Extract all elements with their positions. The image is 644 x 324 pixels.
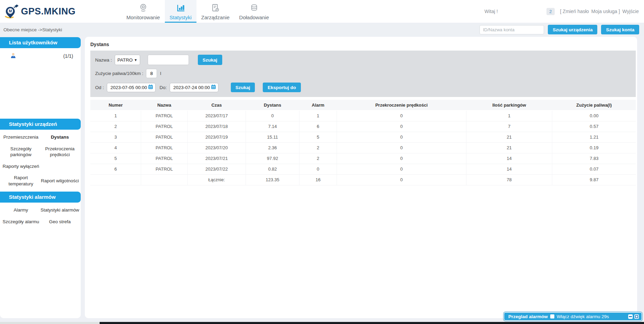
name-search-button[interactable]: Szukaj <box>198 55 222 65</box>
table-cell: 14 <box>466 164 552 174</box>
table-cell: 2023/07/18 <box>188 121 246 132</box>
table-cell: 14 <box>466 153 552 164</box>
alarm-sound-label: Włącz dźwięk alarmu 29s <box>557 314 609 319</box>
table-cell: 1 <box>299 110 337 121</box>
tab-doladowanie[interactable]: Doładowanie <box>234 0 274 23</box>
table-cell: 2023/07/20 <box>188 142 246 153</box>
name-select-value: PATRO <box>117 57 133 63</box>
from-date-input[interactable]: 2023-07-05 00:00 <box>107 83 156 92</box>
minimize-icon[interactable] <box>628 314 633 319</box>
to-date-value: 2023-07-24 00:00 <box>173 85 210 90</box>
sidebar-item-alarmy[interactable]: Alarmy <box>1 207 41 213</box>
table-cell: 0 <box>337 110 466 121</box>
table-cell: 6 <box>90 164 141 174</box>
alarm-stats-header: Statystyki alarmów <box>0 192 81 203</box>
svg-text:M: M <box>9 9 12 13</box>
bar-chart-icon <box>176 3 185 13</box>
table-cell: 123.35 <box>246 174 300 185</box>
export-button[interactable]: Eksportuj do <box>263 83 301 92</box>
sidebar-item-przekroczenia-predkosci[interactable]: Przekroczenia prędkości <box>41 146 80 158</box>
header-right: Witaj ! 2 [ Zmień hasło Moja usługa ] Wy… <box>484 0 644 23</box>
notification-badge[interactable]: 2 <box>546 8 554 15</box>
to-label: Do: <box>160 85 167 90</box>
users-list-header: Lista użytkowników <box>0 37 81 48</box>
table-cell: 97.92 <box>246 153 300 164</box>
tab-statystyki[interactable]: Statystyki <box>165 0 196 23</box>
table-cell: PATROL <box>141 153 188 164</box>
table-row: 2PATROL2023/07/187.146070.57 <box>90 121 636 132</box>
account-search-group: Szukaj urządzenia Szukaj konta <box>479 25 639 34</box>
search-account-button[interactable]: Szukaj konta <box>601 25 639 34</box>
from-label: Od : <box>95 85 104 90</box>
table-cell <box>141 174 188 185</box>
col-przekroczenie: Przekroczenie prędkości <box>337 100 466 110</box>
logo: M GPS.MKING <box>0 0 83 23</box>
table-row: 4PATROL2023/07/202.3620210.19 <box>90 142 636 153</box>
from-date-value: 2023-07-05 00:00 <box>111 85 147 90</box>
sidebar-item-szczegoly-parkingow[interactable]: Szczegóły parkingów <box>1 146 41 158</box>
restore-window-icon[interactable] <box>634 314 639 319</box>
table-cell: 16 <box>299 174 337 185</box>
change-password-link[interactable]: [ Zmień hasło <box>560 9 589 14</box>
sidebar-item-geo-strefa[interactable]: Geo strefa <box>41 219 80 225</box>
distance-table-body: 1PATROL2023/07/1701010.002PATROL2023/07/… <box>90 110 636 185</box>
table-cell: 2023/07/17 <box>188 110 246 121</box>
table-row: 3PATROL2023/07/1915.1150211.21 <box>90 132 636 142</box>
fuel-input[interactable] <box>146 69 157 78</box>
chevron-down-icon: ▼ <box>134 58 137 62</box>
coins-icon <box>250 3 259 13</box>
table-cell: PATROL <box>141 110 188 121</box>
name-select[interactable]: PATRO ▼ <box>115 55 140 65</box>
sidebar-item-raport-temperatury[interactable]: Raport temperatury <box>1 175 41 187</box>
tab-label: Zarządzanie <box>201 14 230 20</box>
table-cell: 2.36 <box>246 142 300 153</box>
tab-zarzadzanie[interactable]: Zarządzanie <box>196 0 235 23</box>
sidebar-item-statystyki-alarmow[interactable]: Statystyki alarmów <box>41 207 80 213</box>
table-cell: 5 <box>90 153 141 164</box>
search-device-button[interactable]: Szukaj urządzenia <box>548 25 597 34</box>
table-cell: 1 <box>90 110 141 121</box>
sidebar-item-dystans[interactable]: Dystans <box>41 134 80 140</box>
account-search-input[interactable] <box>479 25 544 34</box>
logout-link[interactable]: Wyjście <box>622 9 639 14</box>
table-row: 5PATROL2023/07/2197.9220147.83 <box>90 153 636 164</box>
table-cell: 7.14 <box>246 121 300 132</box>
alarm-review-bar[interactable]: Przeglad alarmów Włącz dźwięk alarmu 29s <box>504 312 642 321</box>
user-list-item[interactable]: (1/1) <box>0 48 81 60</box>
header-links: [ Zmień hasło Moja usługa ] Wyjście <box>560 9 639 14</box>
sidebar-item-przemieszczenia[interactable]: Przemieszczenia <box>1 134 41 140</box>
my-service-link[interactable]: Moja usługa ] <box>591 9 620 14</box>
webcam-icon <box>139 3 148 13</box>
tab-label: Statystyki <box>170 14 192 20</box>
table-cell: 6 <box>299 121 337 132</box>
sidebar-item-szczegoly-alarmu[interactable]: Szczegóły alarmu <box>1 219 41 225</box>
sidebar-item-raporty-wylaczen[interactable]: Raporty wyłączeń <box>1 163 41 170</box>
col-alarm: Alarm <box>299 100 337 110</box>
welcome-text: Witaj ! <box>484 9 498 14</box>
calendar-icon[interactable] <box>148 84 153 90</box>
table-header-row: Numer Nazwa Czas Dystans Alarm Przekrocz… <box>90 100 636 110</box>
date-search-button[interactable]: Szukaj <box>231 83 255 92</box>
table-cell: 2023/07/22 <box>188 164 246 174</box>
tab-label: Monitorowanie <box>126 14 160 20</box>
sidebar-item-raport-wilgotnosci[interactable]: Raport wilgotności <box>41 178 80 184</box>
breadcrumb: Obecne miejsce ->Statystyki <box>3 27 62 32</box>
bottom-edge-strip <box>0 322 644 324</box>
to-date-input[interactable]: 2023-07-24 00:00 <box>170 83 218 92</box>
user-avatar-icon <box>10 53 16 60</box>
breadcrumb-bar: Obecne miejsce ->Statystyki Szukaj urząd… <box>0 23 644 36</box>
name-filter-input[interactable] <box>148 55 189 65</box>
table-cell: 0 <box>337 132 466 142</box>
distance-table: Numer Nazwa Czas Dystans Alarm Przekrocz… <box>90 100 636 185</box>
main-nav: Monitorowanie Statystyki <box>122 0 274 23</box>
table-cell: PATROL <box>141 121 188 132</box>
table-cell: 9.87 <box>552 174 636 185</box>
tab-monitorowanie[interactable]: Monitorowanie <box>122 0 165 23</box>
table-cell: 7 <box>466 121 552 132</box>
alarm-sound-checkbox[interactable] <box>550 314 554 318</box>
calendar-icon[interactable] <box>211 84 216 90</box>
alarm-stats-menu: Alarmy Statystyki alarmów Szczegóły alar… <box>0 203 81 229</box>
col-numer: Numer <box>90 100 141 110</box>
document-gear-icon <box>211 3 220 13</box>
table-cell: 0 <box>337 121 466 132</box>
